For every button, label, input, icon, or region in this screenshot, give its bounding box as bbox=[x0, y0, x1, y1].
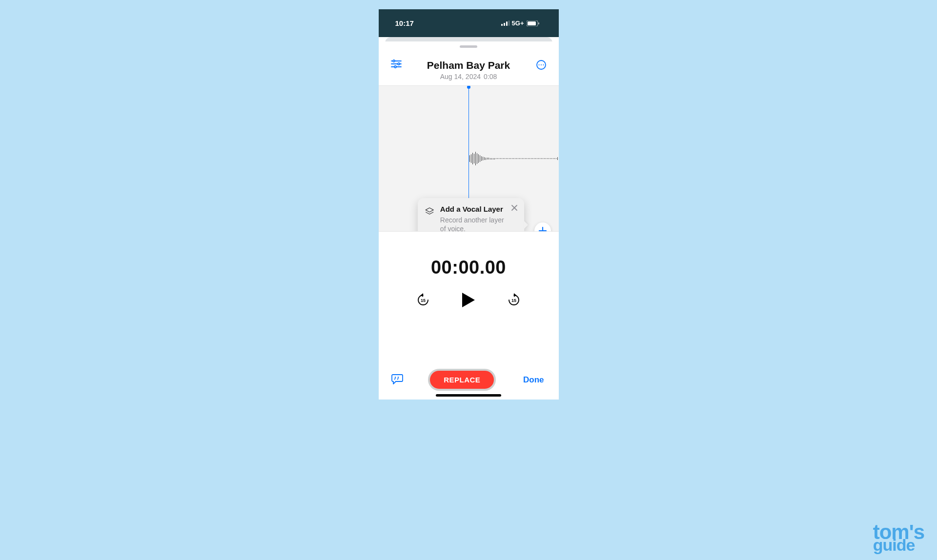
svg-point-14 bbox=[538, 64, 539, 65]
phone-screenshot: 10:17 5G+ bbox=[379, 9, 559, 400]
svg-rect-0 bbox=[501, 24, 503, 26]
tooltip-body: Record another layer of voice. bbox=[440, 216, 507, 232]
transcript-button[interactable] bbox=[391, 374, 403, 386]
recording-title[interactable]: Pelham Bay Park bbox=[406, 60, 531, 71]
close-icon bbox=[511, 205, 517, 211]
svg-point-11 bbox=[398, 63, 400, 65]
more-options-button[interactable] bbox=[536, 60, 547, 70]
svg-point-24 bbox=[398, 377, 399, 378]
tooltip-close-button[interactable] bbox=[509, 203, 519, 213]
svg-rect-3 bbox=[509, 20, 509, 26]
top-bar: Pelham Bay Park Aug 14, 20240:08 bbox=[379, 51, 559, 85]
layers-icon bbox=[425, 205, 434, 219]
status-time: 10:17 bbox=[395, 19, 414, 27]
sliders-icon bbox=[391, 60, 402, 68]
battery-icon bbox=[527, 20, 539, 26]
play-icon bbox=[461, 292, 476, 308]
bottom-row: REPLACE Done bbox=[387, 369, 551, 391]
replace-button[interactable]: REPLACE bbox=[428, 369, 496, 391]
svg-point-16 bbox=[543, 64, 544, 65]
cellular-signal-icon bbox=[501, 20, 509, 26]
transport-controls: 15 15 bbox=[416, 292, 521, 310]
play-button[interactable] bbox=[461, 292, 476, 310]
plus-icon bbox=[538, 226, 547, 232]
speech-quote-icon bbox=[391, 374, 403, 384]
recording-date: Aug 14, 2024 bbox=[440, 73, 481, 80]
done-button[interactable]: Done bbox=[521, 371, 546, 389]
editor-sheet: Pelham Bay Park Aug 14, 20240:08 bbox=[379, 41, 559, 400]
home-indicator[interactable] bbox=[436, 394, 501, 397]
svg-point-23 bbox=[395, 377, 396, 378]
svg-text:15: 15 bbox=[511, 298, 516, 303]
skip-forward-15-button[interactable]: 15 bbox=[507, 293, 521, 309]
skip-back-icon: 15 bbox=[416, 293, 430, 307]
tooltip-title: Add a Vocal Layer bbox=[440, 205, 507, 214]
svg-text:15: 15 bbox=[421, 298, 426, 303]
svg-point-12 bbox=[394, 66, 396, 68]
controls-area: 00:00.00 15 bbox=[379, 232, 559, 400]
status-bar: 10:17 5G+ bbox=[379, 9, 559, 37]
recording-subtitle: Aug 14, 20240:08 bbox=[406, 73, 531, 80]
waveform-area[interactable]: Add a Vocal Layer Record another layer o… bbox=[379, 85, 559, 232]
ellipsis-circle-icon bbox=[536, 60, 547, 70]
svg-rect-2 bbox=[506, 21, 508, 26]
settings-sliders-button[interactable] bbox=[391, 60, 402, 68]
svg-point-10 bbox=[393, 60, 395, 62]
svg-rect-5 bbox=[528, 21, 536, 25]
skip-back-15-button[interactable]: 15 bbox=[416, 293, 430, 309]
status-right: 5G+ bbox=[501, 20, 539, 27]
status-network: 5G+ bbox=[512, 20, 524, 27]
timecode: 00:00.00 bbox=[431, 257, 506, 278]
skip-forward-icon: 15 bbox=[507, 293, 521, 307]
sheet-grabber[interactable] bbox=[460, 45, 477, 48]
svg-point-15 bbox=[540, 64, 541, 65]
svg-rect-6 bbox=[538, 22, 539, 24]
recording-length: 0:08 bbox=[484, 73, 497, 80]
svg-rect-1 bbox=[504, 23, 505, 26]
toms-guide-watermark: tom's guide bbox=[873, 524, 924, 551]
add-layer-tooltip: Add a Vocal Layer Record another layer o… bbox=[418, 198, 524, 232]
watermark-line2: guide bbox=[873, 539, 924, 552]
watermark-line1: tom's bbox=[873, 524, 924, 540]
